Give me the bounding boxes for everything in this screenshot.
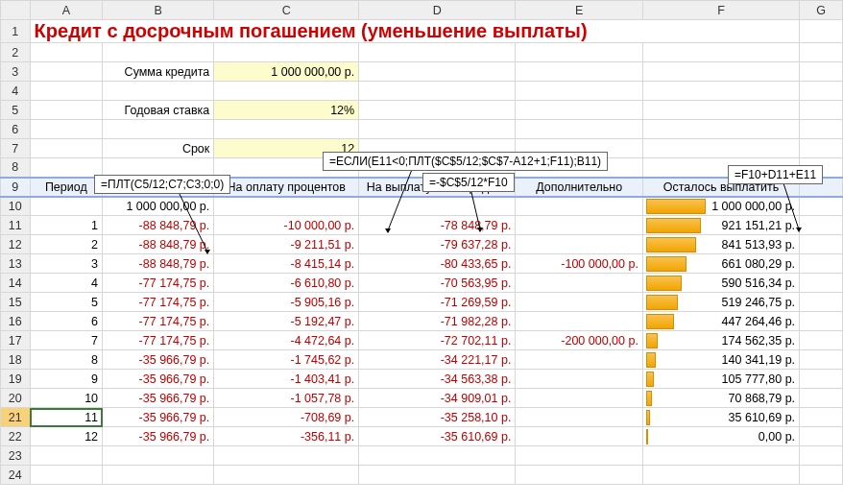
payment-cell[interactable]: -35 966,79 р. bbox=[103, 427, 214, 446]
principal-cell[interactable]: -34 909,01 р. bbox=[359, 389, 516, 408]
extra-cell[interactable] bbox=[516, 389, 643, 408]
balance-cell[interactable]: 70 868,79 р. bbox=[642, 389, 799, 408]
payment-cell[interactable]: -35 966,79 р. bbox=[103, 370, 214, 389]
row-hdr[interactable]: 16 bbox=[1, 312, 31, 331]
balance-text: 174 562,35 р. bbox=[709, 334, 795, 348]
interest-cell[interactable]: -1 403,41 р. bbox=[214, 370, 359, 389]
interest-cell[interactable]: -356,11 р. bbox=[214, 427, 359, 446]
interest-cell[interactable]: -708,69 р. bbox=[214, 408, 359, 427]
extra-cell[interactable] bbox=[516, 312, 643, 331]
period-cell[interactable]: 8 bbox=[30, 350, 102, 370]
interest-cell[interactable]: -5 905,16 р. bbox=[214, 293, 359, 312]
principal-cell[interactable]: -35 610,69 р. bbox=[359, 427, 516, 446]
row-hdr[interactable]: 18 bbox=[1, 350, 31, 370]
payment-cell[interactable]: -77 174,75 р. bbox=[103, 312, 214, 331]
balance-cell[interactable]: 0,00 р. bbox=[642, 427, 799, 446]
balance-cell[interactable]: 35 610,69 р. bbox=[642, 408, 799, 427]
balance-cell[interactable]: 140 341,19 р. bbox=[642, 350, 799, 370]
balance-cell[interactable]: 447 264,46 р. bbox=[642, 312, 799, 331]
period-cell[interactable]: 11 bbox=[30, 408, 102, 427]
row-hdr[interactable]: 24 bbox=[1, 466, 31, 485]
interest-cell[interactable]: -1 745,62 р. bbox=[214, 350, 359, 370]
payment-cell[interactable]: -77 174,75 р. bbox=[103, 331, 214, 350]
balance-cell[interactable]: 105 777,80 р. bbox=[642, 370, 799, 389]
row-hdr[interactable]: 22 bbox=[1, 427, 31, 446]
svg-line-1 bbox=[388, 167, 413, 230]
arrowhead-icon bbox=[796, 228, 802, 232]
period-cell[interactable]: 9 bbox=[30, 370, 102, 389]
extra-cell[interactable] bbox=[516, 350, 643, 370]
arrowhead-icon bbox=[205, 250, 210, 254]
balance-cell[interactable]: 519 246,75 р. bbox=[642, 293, 799, 312]
period-cell[interactable]: 10 bbox=[30, 389, 102, 408]
period-cell[interactable]: 5 bbox=[30, 293, 102, 312]
principal-cell[interactable]: -71 269,59 р. bbox=[359, 293, 516, 312]
row-hdr[interactable]: 23 bbox=[1, 446, 31, 466]
period-cell[interactable]: 6 bbox=[30, 312, 102, 331]
arrowhead-icon bbox=[477, 228, 483, 232]
extra-cell[interactable] bbox=[516, 370, 643, 389]
row-hdr[interactable]: 19 bbox=[1, 370, 31, 389]
arrowhead-icon bbox=[385, 228, 391, 233]
callout-arrows bbox=[0, 0, 843, 278]
principal-cell[interactable]: -34 563,38 р. bbox=[359, 370, 516, 389]
balance-text: 0,00 р. bbox=[709, 430, 795, 444]
interest-cell[interactable]: -4 472,64 р. bbox=[214, 331, 359, 350]
svg-line-3 bbox=[783, 180, 799, 229]
extra-cell[interactable] bbox=[516, 427, 643, 446]
balance-cell[interactable]: 174 562,35 р. bbox=[642, 331, 799, 350]
svg-line-0 bbox=[178, 190, 207, 252]
svg-line-2 bbox=[470, 188, 480, 229]
period-cell[interactable]: 12 bbox=[30, 427, 102, 446]
payment-cell[interactable]: -77 174,75 р. bbox=[103, 293, 214, 312]
balance-text: 70 868,79 р. bbox=[709, 392, 795, 405]
balance-text: 105 777,80 р. bbox=[709, 372, 795, 386]
interest-cell[interactable]: -1 057,78 р. bbox=[214, 389, 359, 408]
balance-text: 447 264,46 р. bbox=[709, 315, 795, 328]
principal-cell[interactable]: -34 221,17 р. bbox=[359, 350, 516, 370]
row-hdr[interactable]: 21 bbox=[1, 408, 31, 427]
row-hdr[interactable]: 20 bbox=[1, 389, 31, 408]
balance-text: 35 610,69 р. bbox=[709, 411, 795, 424]
callout-interest-formula: =-$C$5/12*F10 bbox=[422, 173, 515, 192]
interest-cell[interactable]: -5 192,47 р. bbox=[214, 312, 359, 331]
row-hdr[interactable]: 15 bbox=[1, 293, 31, 312]
period-cell[interactable]: 7 bbox=[30, 331, 102, 350]
payment-cell[interactable]: -35 966,79 р. bbox=[103, 408, 214, 427]
row-hdr[interactable]: 17 bbox=[1, 331, 31, 350]
principal-cell[interactable]: -35 258,10 р. bbox=[359, 408, 516, 427]
payment-cell[interactable]: -35 966,79 р. bbox=[103, 389, 214, 408]
principal-cell[interactable]: -72 702,11 р. bbox=[359, 331, 516, 350]
extra-cell[interactable]: -200 000,00 р. bbox=[516, 331, 643, 350]
callout-balance-formula: =F10+D11+E11 bbox=[728, 165, 823, 184]
payment-cell[interactable]: -35 966,79 р. bbox=[103, 350, 214, 370]
callout-conditional-formula: =ЕСЛИ(E11<0;ПЛТ($C$5/12;$C$7-A12+1;F11);… bbox=[323, 152, 608, 171]
principal-cell[interactable]: -71 982,28 р. bbox=[359, 312, 516, 331]
extra-cell[interactable] bbox=[516, 293, 643, 312]
callout-payment-formula: =ПЛТ(C5/12;C7;C3;0;0) bbox=[94, 175, 230, 194]
balance-text: 140 341,19 р. bbox=[709, 353, 795, 367]
balance-text: 519 246,75 р. bbox=[709, 296, 795, 309]
extra-cell[interactable] bbox=[516, 408, 643, 427]
